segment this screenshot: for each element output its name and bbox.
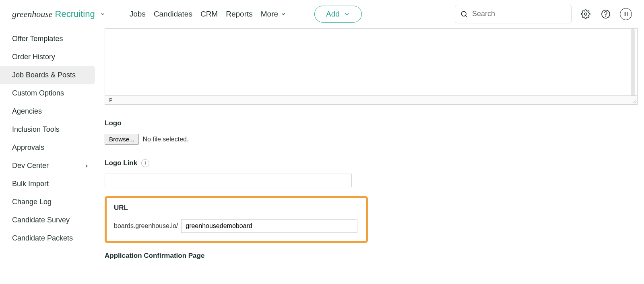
editor-path-text: P xyxy=(109,97,113,103)
avatar-initials: IH xyxy=(623,11,628,17)
avatar[interactable]: IH xyxy=(620,8,632,20)
application-confirmation-label: Application Confirmation Page xyxy=(105,252,644,260)
help-icon xyxy=(601,9,611,19)
info-icon[interactable]: i xyxy=(141,159,149,167)
resize-handle-icon[interactable] xyxy=(632,100,636,104)
search-input[interactable] xyxy=(472,10,566,18)
sidebar-item-candidate-packets[interactable]: Candidate Packets xyxy=(0,229,97,247)
sidebar-item-change-log[interactable]: Change Log xyxy=(0,193,97,211)
url-section-highlight: URL boards.greenhouse.io/ xyxy=(105,196,368,243)
rich-text-editor[interactable]: P xyxy=(105,28,638,105)
sidebar-item-candidate-survey[interactable]: Candidate Survey xyxy=(0,211,97,229)
add-button[interactable]: Add xyxy=(314,6,362,23)
sidebar: Offer Templates Order History Job Boards… xyxy=(0,28,97,284)
sidebar-item-order-history[interactable]: Order History xyxy=(0,48,97,66)
logo-link-input[interactable] xyxy=(105,174,352,187)
url-prefix-text: boards.greenhouse.io/ xyxy=(114,222,178,230)
url-row: boards.greenhouse.io/ xyxy=(114,219,359,233)
search-icon xyxy=(460,10,468,18)
file-status-text: No file selected. xyxy=(143,136,189,143)
url-label: URL xyxy=(114,204,359,212)
svg-point-0 xyxy=(461,11,466,16)
settings-button[interactable] xyxy=(580,8,592,20)
sidebar-item-dev-center[interactable]: Dev Center xyxy=(0,157,97,175)
sidebar-item-inclusion-tools[interactable]: Inclusion Tools xyxy=(0,120,97,139)
gear-icon xyxy=(581,9,590,19)
sidebar-item-job-boards-posts[interactable]: Job Boards & Posts xyxy=(0,66,95,84)
logo-label: Logo xyxy=(105,119,644,127)
sidebar-item-approvals[interactable]: Approvals xyxy=(0,139,97,157)
svg-point-4 xyxy=(605,16,606,16)
primary-nav: Jobs Candidates CRM Reports More xyxy=(130,10,286,19)
logo-product: Recruiting xyxy=(55,9,95,19)
search-wrap[interactable] xyxy=(455,5,572,23)
scrollbar[interactable] xyxy=(631,29,635,105)
main-content: P Logo Browse... No file selected. Logo … xyxy=(105,28,644,284)
nav-crm[interactable]: CRM xyxy=(200,10,218,19)
logo-upload-row: Browse... No file selected. xyxy=(105,134,644,145)
nav-candidates[interactable]: Candidates xyxy=(154,10,192,19)
sidebar-item-bulk-import[interactable]: Bulk Import xyxy=(0,175,97,193)
svg-line-1 xyxy=(466,15,467,17)
nav-reports[interactable]: Reports xyxy=(226,10,253,19)
chevron-down-icon xyxy=(281,11,286,17)
logo-brand: greenhouse xyxy=(12,9,53,19)
chevron-down-icon xyxy=(100,11,105,17)
logo-link-label: Logo Link i xyxy=(105,159,644,167)
url-slug-input[interactable] xyxy=(181,219,357,233)
chevron-right-icon xyxy=(84,163,89,169)
logo[interactable]: greenhouse Recruiting xyxy=(12,9,105,19)
sidebar-item-offer-templates[interactable]: Offer Templates xyxy=(0,30,97,48)
nav-jobs[interactable]: Jobs xyxy=(130,10,146,19)
help-button[interactable] xyxy=(600,8,612,20)
header: greenhouse Recruiting Jobs Candidates CR… xyxy=(0,0,644,28)
browse-button[interactable]: Browse... xyxy=(105,134,139,145)
chevron-down-icon xyxy=(344,11,350,17)
nav-more[interactable]: More xyxy=(261,10,286,19)
svg-point-2 xyxy=(584,13,587,15)
sidebar-item-agencies[interactable]: Agencies xyxy=(0,102,97,120)
editor-path-footer: P xyxy=(105,95,637,104)
sidebar-item-custom-options[interactable]: Custom Options xyxy=(0,84,97,102)
